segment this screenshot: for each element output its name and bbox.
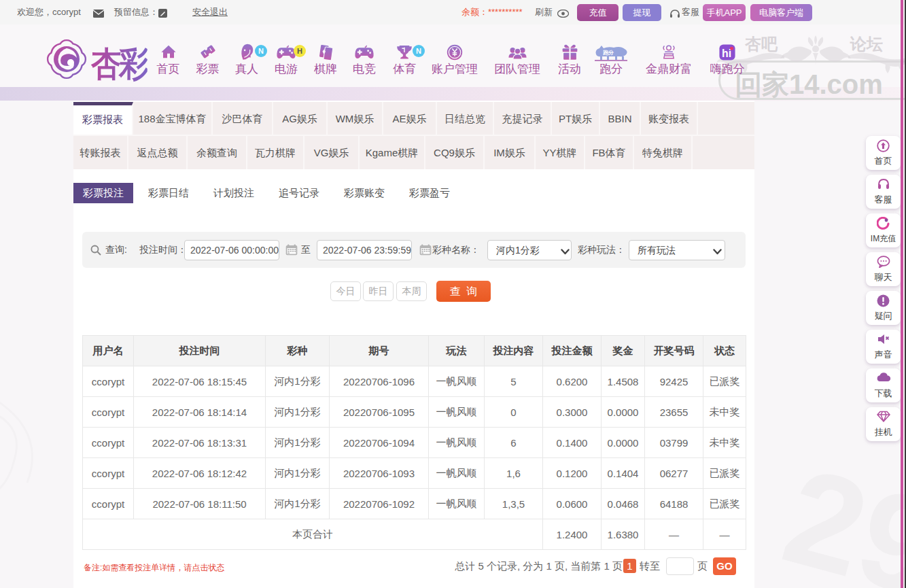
- svg-text:hi: hi: [722, 48, 731, 59]
- svg-text:跑分: 跑分: [603, 50, 614, 56]
